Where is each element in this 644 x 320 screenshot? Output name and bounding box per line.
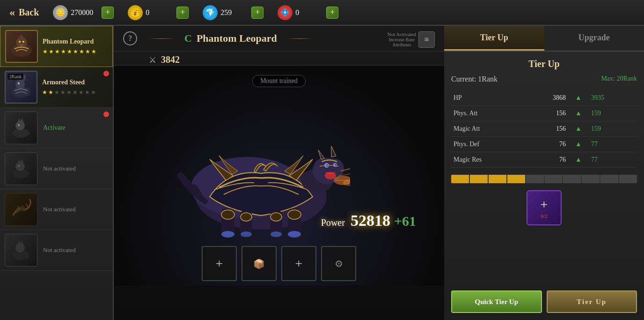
svg-point-1 [16, 37, 27, 48]
stat-magicres-current: 76 [520, 152, 568, 168]
svg-point-34 [221, 231, 234, 238]
armored-steed-thumb: 2Rank [5, 71, 37, 104]
armored-steed-stars: ★ ★ ★ ★ ★ ★ ★ ★ ★ [42, 89, 108, 96]
currency-ruby: 💠 0 + [278, 5, 338, 20]
back-label: Back [19, 7, 39, 18]
equipment-slot-2[interactable]: 📦 [242, 246, 277, 281]
current-rank: Current: 1Rank [451, 75, 498, 83]
equipment-slot-3[interactable]: + [281, 246, 316, 281]
progress-seg-3 [489, 175, 506, 183]
svg-marker-17 [21, 159, 23, 163]
svg-point-35 [241, 231, 252, 237]
sidebar-item-dragon[interactable]: Not activated [0, 189, 113, 230]
stat-row-magic-res: Magic Res 76 ▲ 77 [451, 152, 637, 168]
back-arrow-icon: « [9, 6, 15, 19]
stat-hp-current: 3868 [520, 90, 568, 106]
svg-point-15 [15, 162, 25, 171]
power-overlay: Power 52818 +61 [321, 212, 416, 230]
phantom-leopard-info: Phantom Leopard ★ ★ ★ ★ ★ ★ ★ ★ ★ [43, 38, 108, 55]
notes-button[interactable]: ≡ [418, 31, 435, 48]
not-activated-text: Not Activated [388, 31, 416, 37]
progress-seg-5 [526, 175, 544, 183]
phantom-leopard-stars: ★ ★ ★ ★ ★ ★ ★ ★ ★ [43, 48, 108, 55]
sidebar-item-phantom-leopard[interactable]: Phantom Leopard ★ ★ ★ ★ ★ ★ ★ ★ ★ [0, 26, 113, 67]
help-button[interactable]: ? [123, 31, 137, 45]
sidebar-item-wolf-1[interactable]: Activate [0, 108, 113, 149]
gem-slot[interactable]: + 0/2 [527, 190, 562, 225]
max-rank: Max: 20Rank [601, 75, 637, 83]
add-gem-button[interactable]: + [251, 7, 263, 19]
back-button[interactable]: « Back [9, 6, 39, 19]
stat-hp-arrow: ▲ [568, 90, 589, 106]
wolf2-thumb [5, 152, 37, 185]
stat-magicres-name: Magic Res [451, 152, 520, 168]
stat-magicres-arrow: ▲ [568, 152, 589, 168]
add-ruby-button[interactable]: + [326, 7, 338, 19]
sidebar-item-wolf-2[interactable]: Not activated [0, 149, 113, 189]
progress-seg-8 [582, 175, 600, 183]
stat-physatt-current: 156 [520, 106, 568, 121]
mount-trained-label: Mount trained [252, 75, 306, 87]
rank-letter: C [184, 32, 192, 45]
tier-up-btn-label: Tier Up [577, 298, 607, 306]
add-silver-button[interactable]: + [102, 7, 114, 19]
sidebar-item-wolf-3[interactable]: Not activated [0, 230, 113, 271]
progress-seg-1 [451, 175, 469, 183]
wolf3-status-label: Not activated [43, 246, 76, 254]
quick-tier-up-button[interactable]: Quick Tier Up [451, 290, 542, 313]
progress-seg-6 [545, 175, 563, 183]
stat-physatt-next: 159 [589, 106, 637, 121]
tier-title: Tier Up [451, 59, 637, 69]
tab-tier-up[interactable]: Tier Up [444, 26, 544, 51]
deco-left [148, 38, 176, 39]
slot3-icon: + [295, 256, 303, 271]
stat-row-phys-def: Phys. Def 76 ▲ 77 [451, 137, 637, 152]
sword-icon: ⚔ [149, 55, 156, 65]
gem-plus-icon: + [541, 197, 548, 212]
svg-point-21 [15, 243, 25, 253]
progress-seg-4 [507, 175, 525, 183]
steed-rank-badge: 2Rank [7, 74, 23, 80]
wolf2-status-label: Not activated [43, 165, 76, 172]
progress-bar [451, 175, 637, 183]
question-icon: ? [128, 34, 132, 43]
slot2-icon: 📦 [253, 258, 265, 269]
tier-tabs: Tier Up Upgrade [444, 26, 644, 52]
ruby-icon: 💠 [278, 5, 293, 20]
svg-point-18 [18, 165, 20, 167]
main-header: ? C Phantom Leopard Not Activated Increa… [114, 26, 444, 52]
add-gold-button[interactable]: + [176, 7, 189, 19]
stat-physdef-current: 76 [520, 137, 568, 152]
svg-marker-12 [21, 118, 23, 122]
silver-icon: 🪙 [53, 5, 68, 20]
main-content: ? C Phantom Leopard Not Activated Increa… [114, 26, 444, 320]
svg-marker-46 [318, 150, 324, 159]
armored-steed-info: Armored Steed ★ ★ ★ ★ ★ ★ ★ ★ ★ [42, 79, 108, 96]
tier-content: Tier Up Current: 1Rank Max: 20Rank HP 38… [444, 52, 644, 237]
stat-row-hp: HP 3868 ▲ 3935 [451, 90, 637, 106]
increase-base-text: Increase Base [388, 37, 416, 42]
sidebar-item-armored-steed[interactable]: 2Rank Armored Steed ★ ★ ★ ★ ★ ★ ★ [0, 67, 113, 108]
not-activated-badge: Not Activated Increase Base Attributes [388, 31, 416, 47]
stat-row-phys-att: Phys. Att 156 ▲ 159 [451, 106, 637, 121]
svg-marker-11 [18, 118, 21, 122]
slot1-icon: + [216, 256, 223, 271]
equipment-slot-1[interactable]: + [202, 246, 237, 281]
svg-point-32 [271, 213, 282, 221]
wolf1-activate-label: Activate [43, 122, 65, 134]
equipment-slot-4[interactable]: ⚙ [321, 246, 356, 281]
svg-marker-16 [18, 159, 21, 163]
gem-count: 0/2 [541, 213, 547, 219]
svg-marker-23 [21, 240, 23, 244]
gem-slot-area: + 0/2 [451, 190, 637, 225]
power-number: 3842 [161, 54, 180, 65]
top-bar: « Back 🪙 270000 + 💰 0 + 💎 259 + 💠 0 + [0, 0, 644, 26]
stat-physatt-arrow: ▲ [568, 106, 589, 121]
tab-upgrade[interactable]: Upgrade [544, 26, 644, 51]
slot4-icon: ⚙ [335, 258, 343, 269]
upgrade-tab-label: Upgrade [578, 33, 610, 43]
svg-marker-47 [331, 146, 336, 157]
svg-point-8 [18, 82, 20, 84]
stat-hp-name: HP [451, 90, 520, 106]
tier-up-button[interactable]: Tier Up [547, 290, 637, 313]
